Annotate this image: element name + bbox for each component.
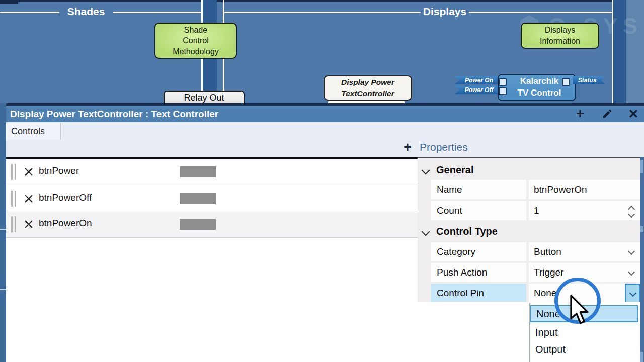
prop-value-category[interactable]: Button (529, 242, 644, 261)
mouse-cursor (570, 295, 590, 327)
drag-handle-icon[interactable] (11, 164, 13, 180)
section-header-control-type[interactable]: Control Type (436, 226, 498, 237)
control-name: btnPowerOff (39, 192, 92, 203)
section-header-general[interactable]: General (436, 164, 473, 176)
left-edge-divider1 (0, 229, 6, 230)
control-value-bar[interactable] (180, 166, 216, 177)
edit-pencil-button[interactable] (602, 108, 613, 119)
add-property-icon[interactable]: + (401, 141, 414, 154)
properties-scrollbar[interactable] (640, 157, 644, 362)
controls-list: btnPower btnPowerOff btnPowerOn (6, 159, 418, 362)
control-name: btnPowerOn (39, 218, 92, 229)
prop-label-control-pin: Control Pin (431, 284, 526, 303)
power-on-pin[interactable]: Power On (454, 76, 501, 84)
control-row-btnPowerOff[interactable]: btnPowerOff (6, 186, 418, 212)
collapse-general-icon[interactable] (422, 166, 430, 175)
control-value-bar[interactable] (180, 193, 216, 204)
canvas-top-edge-corner (0, 0, 18, 4)
control-value-bar[interactable] (180, 219, 216, 230)
chevron-down-icon (629, 290, 636, 297)
properties-panel-title: Properties (420, 141, 468, 153)
controls-list-top-border (6, 157, 418, 159)
prop-label-name: Name (431, 180, 526, 199)
left-edge-divider2 (0, 289, 6, 290)
prop-value-count[interactable]: 1 (529, 201, 644, 220)
scrollbar-mark2 (640, 226, 643, 232)
close-dialog-button[interactable]: ✕ (627, 107, 640, 121)
drag-handle-icon[interactable] (11, 216, 13, 232)
background-window-left-edge (0, 103, 6, 362)
display-power-textcontroller-block[interactable]: Display Power TextController (324, 75, 412, 101)
delete-control-icon[interactable] (24, 194, 34, 204)
delete-control-icon[interactable] (24, 219, 34, 229)
input-pin-connector-1[interactable] (499, 78, 507, 86)
displays-information-block[interactable]: Displays Information (521, 23, 599, 49)
dialog-title: Display Power TextController : Text Cont… (10, 106, 218, 122)
input-pin-connector-2[interactable] (499, 87, 507, 95)
collapse-control-type-icon[interactable] (422, 228, 430, 236)
delete-control-icon[interactable] (24, 167, 34, 177)
prop-label-push-action: Push Action (431, 263, 526, 282)
output-pin-connector[interactable] (562, 78, 570, 86)
scrollbar-thumb-mark (640, 160, 643, 173)
scrollbar-mark3 (640, 352, 643, 362)
shades-rule-right (113, 12, 201, 13)
qsys-designer-screen: Shades Displays Q-SYS Shade Control Meth… (0, 0, 644, 362)
power-off-pin[interactable]: Power Off (454, 86, 501, 94)
tab-controls[interactable]: Controls (6, 123, 61, 140)
prop-label-category: Category (431, 242, 526, 261)
shades-section-title: Shades (59, 6, 113, 18)
shade-control-methodology-block[interactable]: Shade Control Methodology (154, 23, 237, 59)
add-control-button[interactable]: + (574, 107, 587, 121)
drag-handle-icon[interactable] (11, 191, 13, 207)
status-pin[interactable]: Status (573, 76, 605, 84)
dialog-tabstrip: Controls + Properties (6, 122, 644, 157)
control-row-btnPower[interactable]: btnPower (6, 159, 418, 185)
dropdown-option-output[interactable]: Output (530, 341, 638, 357)
shades-rule-left (0, 12, 59, 13)
prop-value-name[interactable]: btnPowerOn (529, 180, 644, 199)
drag-handle-icon[interactable] (15, 191, 16, 207)
displays-rule-left (224, 12, 421, 13)
drag-handle-icon[interactable] (15, 164, 16, 180)
dialog-titlebar[interactable]: Display Power TextController : Text Cont… (6, 106, 644, 122)
properties-panel: General Name btnPowerOn Count 1 Control … (418, 157, 644, 302)
drag-handle-icon[interactable] (15, 216, 16, 232)
displays-section-title: Displays (421, 6, 469, 18)
control-pin-dropdown-button[interactable] (625, 284, 640, 303)
control-name: btnPower (39, 165, 79, 176)
control-row-btnPowerOn-selected[interactable]: btnPowerOn (6, 211, 418, 238)
canvas-top-edge (0, 0, 644, 2)
prop-label-count: Count (431, 201, 526, 220)
schematic-canvas[interactable]: Shades Displays Q-SYS Shade Control Meth… (0, 0, 644, 106)
